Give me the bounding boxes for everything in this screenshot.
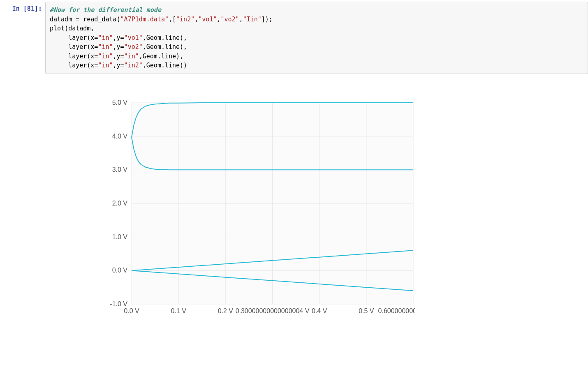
y-tick-label: 3.0 V: [112, 166, 128, 173]
x-tick-label: 0.6000000000000001 V: [378, 307, 415, 314]
chart-svg: -1.0 V0.0 V1.0 V2.0 V3.0 V4.0 V5.0 V0.0 …: [103, 99, 415, 321]
y-tick-label: 0.0 V: [112, 267, 128, 274]
line-chart: -1.0 V0.0 V1.0 V2.0 V3.0 V4.0 V5.0 V0.0 …: [103, 99, 415, 321]
x-tick-label: 0.1 V: [171, 307, 186, 314]
x-tick-label: 0.4 V: [312, 307, 327, 314]
cell-prompt: In [81]:: [0, 2, 45, 74]
x-tick-label: 0.30000000000000004 V: [236, 307, 310, 314]
y-tick-label: 1.0 V: [112, 233, 128, 240]
x-tick-label: 0.2 V: [218, 307, 234, 314]
y-tick-label: 4.0 V: [112, 132, 128, 139]
y-tick-label: 5.0 V: [112, 99, 128, 106]
output-prompt: [0, 74, 45, 329]
y-tick-label: 2.0 V: [112, 200, 128, 207]
y-tick-label: -1.0 V: [110, 300, 127, 307]
output-cell: -1.0 V0.0 V1.0 V2.0 V3.0 V4.0 V5.0 V0.0 …: [0, 74, 588, 329]
x-tick-label: 0.0 V: [124, 307, 139, 314]
input-cell: In [81]: #Now for the differential mode …: [0, 0, 588, 74]
code-input[interactable]: #Now for the differential mode datadm = …: [45, 2, 588, 74]
x-tick-label: 0.5 V: [359, 307, 374, 314]
plot-output: -1.0 V0.0 V1.0 V2.0 V3.0 V4.0 V5.0 V0.0 …: [45, 74, 588, 329]
code-comment: #Now for the differential mode: [50, 6, 161, 14]
